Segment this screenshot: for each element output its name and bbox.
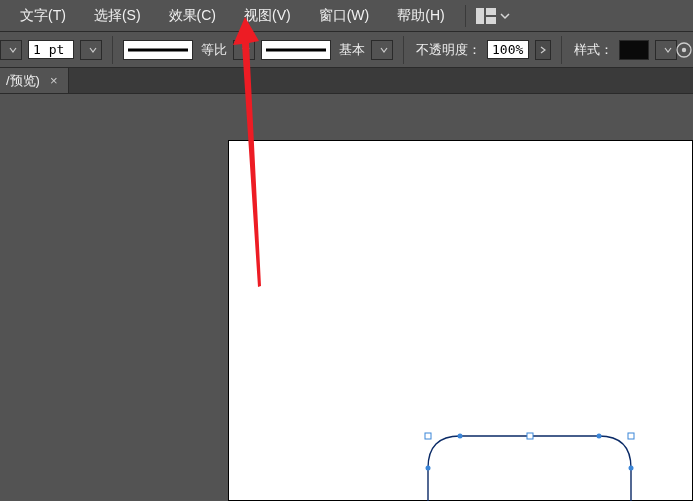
menu-help[interactable]: 帮助(H): [383, 3, 458, 29]
svg-rect-2: [486, 17, 496, 24]
document-tab[interactable]: /预览) ×: [0, 68, 69, 93]
workspace-switcher[interactable]: [472, 8, 514, 24]
svg-rect-6: [527, 433, 533, 439]
menu-window[interactable]: 窗口(W): [305, 3, 384, 29]
opacity-dropdown[interactable]: [535, 40, 551, 60]
stroke-dash-swatch[interactable]: [123, 40, 193, 60]
menu-effect[interactable]: 效果(C): [155, 3, 230, 29]
svg-point-13: [629, 466, 634, 471]
chevron-down-icon: [376, 43, 388, 57]
stroke-dash-label: 等比: [201, 41, 227, 59]
stroke-weight-dropdown[interactable]: [80, 40, 102, 60]
svg-point-11: [597, 434, 602, 439]
options-divider: [112, 36, 113, 64]
svg-rect-7: [628, 433, 634, 439]
selected-shape[interactable]: [420, 428, 646, 501]
chevron-down-icon: [500, 11, 510, 21]
leading-dropdown[interactable]: [0, 40, 22, 60]
svg-rect-1: [486, 8, 496, 15]
recolor-artwork-icon[interactable]: [675, 40, 693, 60]
opacity-input[interactable]: 100%: [487, 40, 529, 59]
svg-rect-5: [425, 433, 431, 439]
svg-point-10: [458, 434, 463, 439]
selection-handles: [425, 433, 634, 501]
options-bar: 1 pt 等比 基本 不透明度： 100% 样式：: [0, 32, 693, 68]
svg-rect-0: [476, 8, 484, 24]
workspace-icon: [476, 8, 496, 24]
style-swatch[interactable]: [619, 40, 649, 60]
opacity-label: 不透明度：: [416, 41, 481, 59]
menu-text[interactable]: 文字(T): [6, 3, 80, 29]
options-divider: [561, 36, 562, 64]
menu-select[interactable]: 选择(S): [80, 3, 155, 29]
stroke-weight-input[interactable]: 1 pt: [28, 40, 74, 59]
chevron-down-icon: [5, 43, 17, 57]
rounded-rect-path: [428, 436, 631, 501]
style-dropdown[interactable]: [655, 40, 677, 60]
svg-point-4: [682, 48, 686, 52]
menu-bar: 文字(T) 选择(S) 效果(C) 视图(V) 窗口(W) 帮助(H): [0, 0, 693, 32]
svg-point-12: [426, 466, 431, 471]
tab-close-button[interactable]: ×: [50, 73, 58, 88]
tab-title: /预览): [6, 72, 40, 90]
options-divider: [403, 36, 404, 64]
style-label: 样式：: [574, 41, 613, 59]
chevron-down-icon: [238, 43, 250, 57]
stroke-profile-swatch[interactable]: [261, 40, 331, 60]
menu-view[interactable]: 视图(V): [230, 3, 305, 29]
chevron-down-icon: [85, 43, 97, 57]
chevron-down-icon: [660, 43, 672, 57]
stroke-dash-dropdown[interactable]: [233, 40, 255, 60]
tab-bar: /预览) ×: [0, 68, 693, 94]
stroke-profile-label: 基本: [339, 41, 365, 59]
canvas-area[interactable]: [0, 94, 693, 501]
stroke-profile-dropdown[interactable]: [371, 40, 393, 60]
menu-divider: [465, 5, 466, 27]
chevron-right-icon: [539, 46, 547, 54]
